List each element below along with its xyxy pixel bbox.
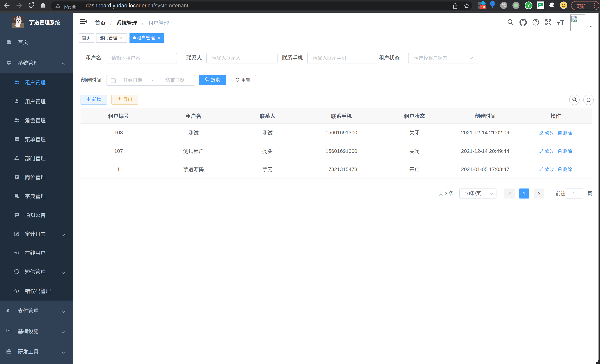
svg-text:⌘: ⌘ [501, 3, 506, 8]
